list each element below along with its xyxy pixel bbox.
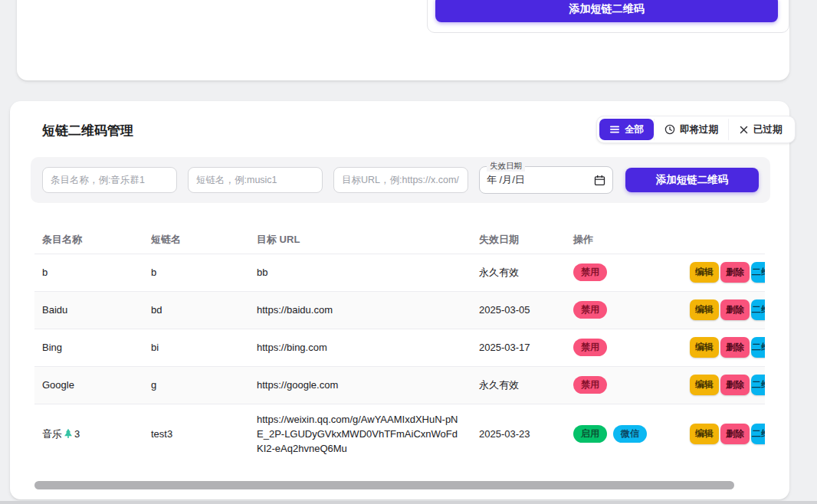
filter-tabs: 全部 即将过期 已过期 [596,116,796,143]
add-qr-button-top[interactable]: 添加短链二维码 [435,0,778,22]
qr-table: 条目名称 短链名 目标 URL 失效日期 操作 b b bb 永久有效 禁用 编… [34,226,765,463]
tab-all-label: 全部 [625,123,644,136]
entry-expiry: 2025-03-17 [479,329,573,366]
entry-expiry: 2025-03-05 [479,291,573,329]
horizontal-scrollbar-thumb[interactable] [34,481,734,489]
add-form: 失效日期 年 /月/日 添加短链二维码 [31,157,770,203]
table-row: Baidu bd https://baidu.com 2025-03-05 禁用… [34,291,765,329]
qrcode-button[interactable]: 二维码 [751,337,765,358]
edit-button[interactable]: 编辑 [690,337,719,358]
status-badges: 启用微信 [573,425,690,443]
row-actions: 编辑删除二维码 [690,262,765,283]
tab-expiring[interactable]: 即将过期 [654,119,728,140]
qr-create-card: 微信二维码 添加短链二维码 [17,0,789,80]
entry-url: bb [257,254,479,291]
window-bottom-edge [0,501,817,504]
edit-button[interactable]: 编辑 [690,424,719,444]
header-actions: 操作 [573,226,690,254]
entry-url: https://bing.com [257,329,479,366]
status-badge[interactable]: 禁用 [573,301,607,319]
clock-icon [664,124,675,135]
entry-name-suffix: 3 [74,428,80,440]
entry-expiry: 永久有效 [479,254,573,291]
table-row: Google g https://google.com 永久有效 禁用 编辑删除… [34,366,765,404]
entry-url: https://google.com [257,366,479,404]
qrcode-button[interactable]: 二维码 [751,375,765,395]
wechat-qr-panel: 微信二维码 添加短链二维码 [427,0,789,33]
status-badge[interactable]: 禁用 [573,376,607,394]
status-badges: 禁用 [573,301,690,319]
x-icon [739,125,749,135]
tree-icon [63,428,74,439]
table-row: b b bb 永久有效 禁用 编辑删除二维码 [34,254,765,291]
list-icon [609,124,620,135]
table-row: 音乐3 test3 https://weixin.qq.com/g/AwYAAM… [34,404,765,463]
expiry-date-value: 年 /月/日 [487,173,594,187]
entry-expiry: 永久有效 [479,366,573,404]
qr-manager-card: 短链二维码管理 全部 即将过期 已过期 [10,101,789,499]
qr-table-body: b b bb 永久有效 禁用 编辑删除二维码 Baidu bd https://… [34,254,765,463]
qrcode-button[interactable]: 二维码 [751,262,765,283]
status-badge[interactable]: 微信 [613,425,647,443]
entry-name: Bing [42,342,62,353]
tab-expiring-label: 即将过期 [680,123,718,136]
header-slug: 短链名 [151,226,257,254]
status-badge[interactable]: 禁用 [573,339,607,356]
slug-input[interactable] [188,167,323,193]
delete-button[interactable]: 删除 [720,262,750,283]
entry-expiry: 2025-03-23 [479,404,573,463]
status-badges: 禁用 [573,263,690,281]
delete-button[interactable]: 删除 [720,299,750,320]
header-entry-name: 条目名称 [34,226,151,254]
entry-name: Google [42,379,74,391]
table-scroll-area[interactable]: 条目名称 短链名 目标 URL 失效日期 操作 b b bb 永久有效 禁用 编… [34,226,765,479]
status-badge[interactable]: 禁用 [573,263,607,281]
tab-expired-label: 已过期 [753,123,783,136]
tab-all[interactable]: 全部 [599,119,654,140]
target-url-input[interactable] [333,167,468,193]
entry-name: 音乐 [42,428,62,440]
expiry-date-label: 失效日期 [487,161,525,172]
entry-slug: bi [151,329,257,366]
table-header-row: 条目名称 短链名 目标 URL 失效日期 操作 [34,226,765,254]
tab-expired[interactable]: 已过期 [728,119,792,140]
header-target-url: 目标 URL [257,226,479,254]
row-actions: 编辑删除二维码 [690,424,765,444]
row-actions: 编辑删除二维码 [690,299,765,320]
qrcode-button[interactable]: 二维码 [751,424,765,444]
header-spacer [690,226,765,254]
table-row: Bing bi https://bing.com 2025-03-17 禁用 编… [34,329,765,366]
edit-button[interactable]: 编辑 [690,262,719,283]
header-expiry: 失效日期 [479,226,573,254]
entry-url: https://weixin.qq.com/g/AwYAAMIxdXHuN-pN… [257,404,479,463]
entry-name-input[interactable] [42,167,177,193]
status-badges: 禁用 [573,376,690,394]
expiry-date-input[interactable]: 失效日期 年 /月/日 [479,166,613,194]
delete-button[interactable]: 删除 [720,375,750,395]
delete-button[interactable]: 删除 [720,424,750,444]
page-title: 短链二维码管理 [42,122,133,139]
row-actions: 编辑删除二维码 [690,337,765,358]
entry-slug: test3 [151,404,257,463]
entry-name: b [42,267,48,278]
edit-button[interactable]: 编辑 [690,375,719,395]
entry-slug: g [151,366,257,404]
status-badges: 禁用 [573,339,690,356]
edit-button[interactable]: 编辑 [690,299,719,320]
calendar-icon[interactable] [594,175,605,186]
row-actions: 编辑删除二维码 [690,375,765,395]
entry-slug: bd [151,291,257,329]
status-badge[interactable]: 启用 [573,425,607,443]
entry-name: Baidu [42,304,67,316]
entry-slug: b [151,254,257,291]
add-qr-button[interactable]: 添加短链二维码 [625,168,759,192]
qrcode-button[interactable]: 二维码 [751,299,765,320]
entry-url: https://baidu.com [257,291,479,329]
delete-button[interactable]: 删除 [720,337,750,358]
